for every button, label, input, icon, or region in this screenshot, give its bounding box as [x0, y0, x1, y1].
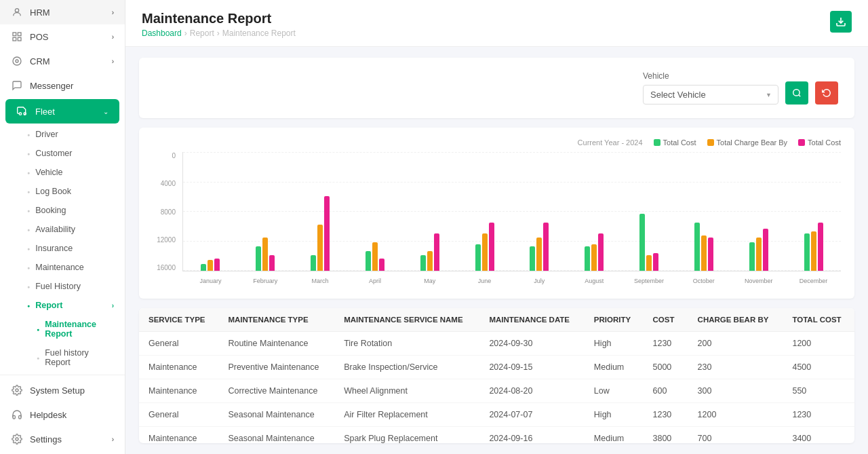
sidebar: HRM › POS › CRM › Messenger Fleet ⌄ Driv…	[0, 0, 125, 454]
col-charge-bear: CHARGE BEAR BY	[688, 308, 783, 332]
vehicle-label: Vehicle	[35, 168, 62, 177]
cell-priority: Medium	[585, 427, 644, 444]
chart-bars: JanuaryFebruaryMarchAprilMayJuneJulyAugu…	[182, 152, 841, 271]
cell-service-name: Brake Inspection/Service	[334, 356, 479, 379]
sidebar-item-booking[interactable]: Booking	[22, 201, 125, 220]
breadcrumb-dashboard[interactable]: Dashboard	[142, 29, 182, 38]
pink-bar-december	[818, 223, 823, 271]
y-label-16000: 16000	[153, 264, 176, 271]
header-right	[830, 11, 852, 33]
month-group-august: August	[567, 233, 622, 271]
crm-icon	[11, 55, 23, 67]
cell-maintenance-type: Seasonal Maintenance	[218, 427, 334, 444]
green-bar-november	[749, 242, 755, 271]
sidebar-item-systemsetup[interactable]: System Setup	[0, 378, 125, 402]
cell-charge-bear: 200	[688, 332, 783, 356]
legend-dot-pink	[798, 139, 805, 146]
month-label-july: July	[534, 278, 545, 284]
sidebar-item-crm[interactable]: CRM ›	[0, 49, 125, 73]
cell-maintenance-type: Preventive Maintenance	[218, 356, 334, 379]
cell-cost: 1230	[644, 403, 688, 427]
sidebar-item-pos[interactable]: POS ›	[0, 24, 125, 49]
helpdesk-label: Helpdesk	[30, 410, 66, 420]
col-cost: COST	[644, 308, 688, 332]
customer-label: Customer	[35, 149, 72, 158]
vehicle-select[interactable]: Select Vehicle	[643, 85, 778, 105]
cell-date: 2024-07-07	[479, 403, 584, 427]
green-bar-april	[366, 251, 371, 271]
sidebar-item-helpdesk[interactable]: Helpdesk	[0, 402, 125, 427]
orange-bar-november	[756, 238, 762, 271]
green-bar-september	[639, 214, 645, 271]
sidebar-item-vehicle[interactable]: Vehicle	[22, 163, 125, 182]
cell-date: 2024-09-15	[479, 356, 584, 379]
pink-bar-october	[708, 238, 713, 271]
pink-bar-june	[489, 223, 494, 271]
cell-service-type: Maintenance	[139, 379, 218, 403]
cell-service-type: General	[139, 332, 218, 356]
legend-label-charge-bear: Total Charge Bear By	[717, 138, 788, 147]
cell-cost: 1230	[644, 332, 688, 356]
fleet-label: Fleet	[35, 107, 55, 117]
main-content: Maintenance Report Dashboard › Report › …	[125, 0, 868, 454]
sidebar-item-report[interactable]: Report ›	[22, 296, 125, 315]
fuelhistory-label: Fuel History	[35, 282, 81, 291]
sidebar-item-fleet[interactable]: Fleet ⌄	[5, 99, 119, 124]
pink-bar-november	[763, 229, 768, 271]
hrm-chevron: ›	[112, 9, 114, 16]
fleet-icon	[16, 105, 28, 117]
sidebar-item-maintenance[interactable]: Maintenance	[22, 258, 125, 277]
sidebar-item-customer[interactable]: Customer	[22, 144, 125, 163]
table-card: SERVICE TYPE MAINTENANCE TYPE MAINTENANC…	[139, 308, 854, 443]
chart-card: Current Year - 2024 Total Cost Total Cha…	[139, 128, 854, 299]
sidebar-item-availability[interactable]: Availability	[22, 220, 125, 239]
cell-total-cost: 550	[783, 379, 854, 403]
grid-line-2	[183, 182, 841, 183]
sidebar-item-maintenance-report[interactable]: Maintenance Report	[31, 315, 125, 343]
orange-bar-december	[811, 231, 816, 271]
download-button[interactable]	[830, 11, 852, 33]
green-bar-february	[256, 246, 261, 271]
page-title: Maintenance Report	[142, 11, 296, 26]
y-label-8000: 8000	[153, 208, 176, 216]
month-group-june: June	[457, 223, 512, 271]
availability-label: Availability	[35, 225, 75, 234]
search-button[interactable]	[785, 81, 808, 105]
month-group-march: March	[293, 196, 348, 271]
pink-bar-may	[434, 233, 439, 271]
legend-label-total-cost: Total Cost	[663, 138, 696, 147]
helpdesk-icon	[11, 409, 23, 421]
reset-button[interactable]	[815, 81, 838, 105]
green-bar-october	[694, 223, 700, 271]
month-group-july: July	[512, 223, 567, 271]
month-group-february: February	[238, 238, 293, 271]
sidebar-item-messenger[interactable]: Messenger	[0, 73, 125, 98]
sidebar-item-settings[interactable]: Settings ›	[0, 427, 125, 451]
green-bar-january	[201, 264, 206, 271]
sidebar-item-fuel-history-report[interactable]: Fuel history Report	[31, 343, 125, 372]
sidebar-item-driver[interactable]: Driver	[22, 125, 125, 144]
svg-rect-4	[18, 37, 21, 41]
svg-point-9	[16, 389, 18, 392]
table-row: GeneralRoutine MaintenanceTire Rotation2…	[139, 332, 854, 356]
sidebar-item-logbook[interactable]: Log Book	[22, 182, 125, 201]
sidebar-item-insurance[interactable]: Insurance	[22, 239, 125, 258]
orange-bar-february	[262, 238, 268, 271]
fuel-history-report-label: Fuel history Report	[45, 348, 114, 367]
table-row: MaintenanceCorrective MaintenanceWheel A…	[139, 379, 854, 403]
cell-charge-bear: 300	[688, 379, 783, 403]
booking-label: Booking	[35, 206, 66, 215]
sidebar-item-hrm[interactable]: HRM ›	[0, 0, 125, 24]
table-body: GeneralRoutine MaintenanceTire Rotation2…	[139, 332, 854, 444]
settings-label: Settings	[30, 434, 62, 444]
pink-bar-february	[269, 255, 275, 271]
hrm-icon	[11, 6, 23, 18]
pos-label: POS	[30, 32, 48, 42]
sidebar-item-fuelhistory[interactable]: Fuel History	[22, 277, 125, 296]
filter-card: Vehicle Select Vehicle	[139, 58, 854, 118]
orange-bar-august	[591, 244, 597, 271]
y-label-4000: 4000	[153, 180, 176, 187]
cell-service-name: Wheel Alignment	[334, 379, 479, 403]
logbook-label: Log Book	[35, 187, 71, 196]
settings-chevron: ›	[112, 436, 114, 443]
